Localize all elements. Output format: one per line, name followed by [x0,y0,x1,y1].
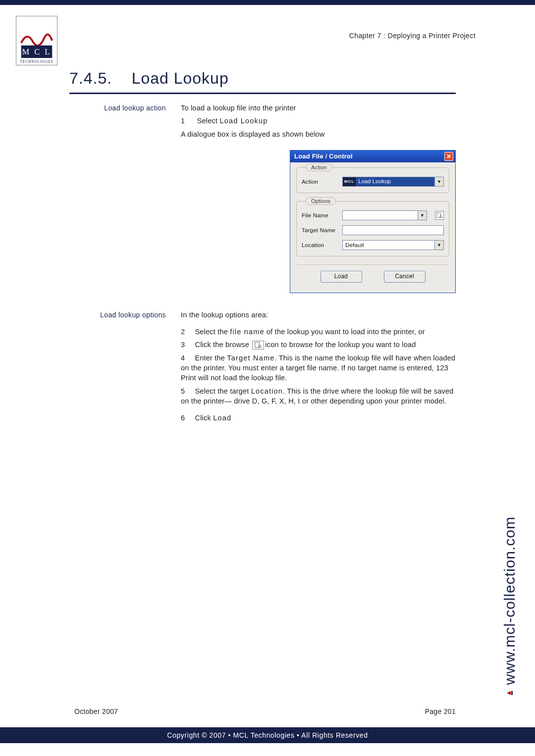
t: Click [195,414,213,422]
dialog-body: Action Action MCL Load Lookup ▼ [290,162,455,293]
action-combobox[interactable]: MCL Load Lookup ▼ [342,177,444,187]
t-bold: Target Name [227,354,274,362]
dialog-wrap: Load File / Control ✕ Action Action MCL [181,150,456,293]
cancel-button[interactable]: Cancel [384,271,426,283]
page: M C L TECHNOLOGIES Chapter 7 : Deploying… [0,0,535,756]
section-rule [69,93,456,94]
footer-bar: Copyright © 2007 • MCL Technologies • Al… [0,727,535,743]
group-action: Action Action MCL Load Lookup ▼ [296,167,449,193]
option-step-3: 3 Click the browse icon to browse for th… [181,340,456,350]
row-filename: File Name ▼ [302,210,444,220]
chapter-line: Chapter 7 : Deploying a Printer Project [349,32,476,40]
logo-text-1: M C L [22,47,52,56]
t: Click the browse [195,341,251,349]
label-location: Location [302,241,337,249]
chevron-down-icon[interactable]: ▼ [418,211,427,220]
action-intro: To load a lookup file into the printer [181,103,456,113]
block-options: Load lookup options In the lookup option… [64,310,456,426]
footer-page: Page 201 [425,707,456,715]
group-options: Options File Name ▼ [296,201,449,256]
mcl-logo: M C L TECHNOLOGIES [16,16,57,65]
footer-date: October 2007 [74,707,118,715]
section-header: 7.4.5. Load Lookup [69,69,456,94]
content: Load lookup action To load a lookup file… [64,99,456,426]
t: Enter the [195,354,227,362]
row-action: Action MCL Load Lookup ▼ [302,177,444,187]
location-combobox[interactable]: Default ▼ [342,240,444,250]
dialog-load-file: Load File / Control ✕ Action Action MCL [290,150,456,293]
logo-text-2: TECHNOLOGIES [20,59,53,64]
step-num-1: 1 [181,116,191,126]
chevron-down-icon[interactable]: ▼ [434,177,443,186]
step-num: 5 [181,386,191,396]
step-num: 2 [181,327,191,337]
row-location: Location Default ▼ [302,240,444,250]
label-targetname: Target Name [302,226,337,234]
section-title-text: Load Lookup [132,69,229,87]
svg-rect-8 [511,691,513,695]
t: Select the target [195,387,251,395]
action-value: Load Lookup [356,177,434,186]
location-value: Default [343,241,434,249]
close-icon[interactable]: ✕ [444,152,453,161]
action-post-note: A dialogue box is displayed as shown bel… [181,129,456,139]
browse-icon[interactable] [435,211,444,220]
filename-combobox[interactable]: ▼ [342,210,427,220]
label-action: Action [302,178,337,186]
option-step-5: 5 Select the target Location. This is th… [181,386,456,406]
step1-bold: Load Lookup [219,117,268,125]
t-bold: Location [251,387,283,395]
action-step-1: 1 Select Load Lookup [181,116,456,126]
svg-line-4 [442,217,443,218]
step1-pre: Select [197,117,220,125]
option-step-6: 6 Click Load [181,413,456,423]
t-bold: Load [213,414,231,422]
side-url-text: www.mcl-collection.com [501,516,518,685]
options-intro: In the lookup options area: [181,310,456,320]
side-url: www.mcl-collection.com [501,516,518,697]
t: Select the [195,328,230,336]
chevron-down-icon[interactable]: ▼ [434,241,443,250]
dialog-title: Load File / Control [294,152,353,161]
section-title: 7.4.5. Load Lookup [69,69,456,88]
dialog-titlebar: Load File / Control ✕ [290,151,455,162]
t-bold: file name [230,328,265,336]
legend-options: Options [306,197,336,205]
option-step-4: 4 Enter the Target Name. This is the nam… [181,353,456,383]
targetname-input[interactable] [342,225,444,235]
dialog-buttons: Load Cancel [296,271,449,290]
footer-copyright: Copyright © 2007 • MCL Technologies • Al… [167,731,368,739]
bullet-icon [506,690,513,697]
section-number: 7.4.5. [69,69,112,87]
action-prefix-icon: MCL [343,177,356,186]
side-label-options: Load lookup options [64,310,166,319]
body-options: In the lookup options area: 2 Select the… [181,310,456,426]
side-label-action: Load lookup action [64,103,166,112]
dialog-separator [297,264,448,265]
t: of the lookup you want to load into the … [265,328,425,336]
step-num: 6 [181,413,191,423]
svg-line-7 [261,347,262,348]
body-action: To load a lookup file into the printer 1… [181,103,456,306]
option-step-2: 2 Select the file name of the lookup you… [181,327,456,337]
browse-icon [252,341,264,350]
top-strip [0,0,535,5]
load-button[interactable]: Load [321,271,362,283]
footer-meta: October 2007 Page 201 [74,707,456,715]
t: icon to browse for the lookup you want t… [265,341,416,349]
step-num: 4 [181,353,191,363]
label-filename: File Name [302,211,337,219]
legend-action: Action [306,163,332,171]
row-targetname: Target Name [302,225,444,235]
step-num: 3 [181,340,191,350]
block-action: Load lookup action To load a lookup file… [64,103,456,306]
